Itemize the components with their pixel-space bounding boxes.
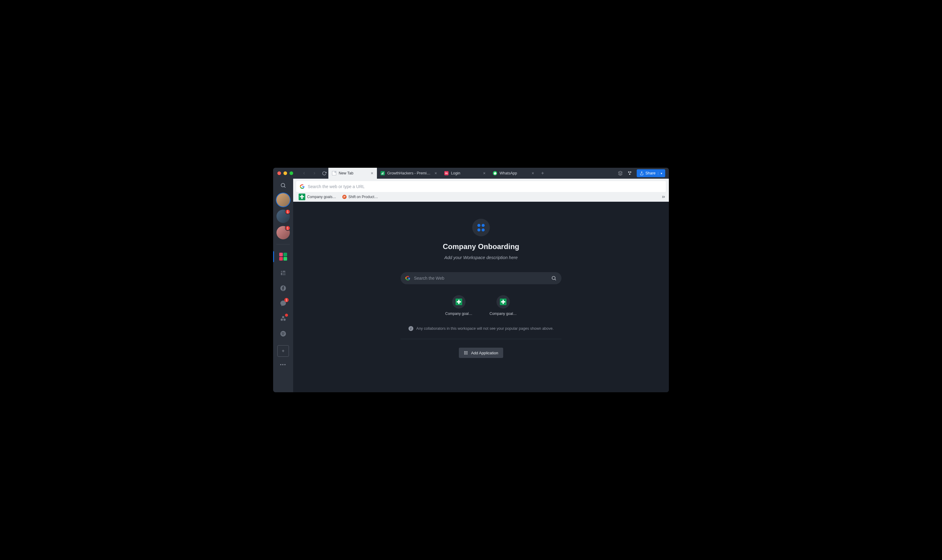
svg-point-7 xyxy=(281,183,285,187)
close-tab-button[interactable]: × xyxy=(371,171,373,175)
svg-point-18 xyxy=(281,318,283,321)
bookmark-label: Company goals - … xyxy=(307,195,336,199)
svg-rect-12 xyxy=(284,272,286,274)
title-bar: New Tab × GrowthHackers - Premier Gro… ×… xyxy=(273,168,669,178)
bookmark-item[interactable]: P Shift on ProductH… xyxy=(340,195,382,199)
search-web-input[interactable] xyxy=(414,276,548,281)
avatar-3[interactable]: 1 xyxy=(277,226,290,239)
tab-growthhackers[interactable]: GrowthHackers - Premier Gro… × xyxy=(377,168,441,178)
svg-rect-9 xyxy=(281,271,282,272)
document-icon xyxy=(332,171,336,175)
main: Company goals - … P Shift on ProductH… xyxy=(293,178,669,392)
sidebar: 1 1 1 xyxy=(273,178,293,392)
add-workspace-button[interactable]: + xyxy=(277,345,289,357)
notification-badge: 1 xyxy=(284,298,289,302)
search-web-bar[interactable] xyxy=(400,272,562,284)
url-bar[interactable] xyxy=(296,181,666,192)
workspace-mini-icon xyxy=(283,257,287,261)
close-window-button[interactable] xyxy=(277,171,281,175)
workspace-mini-icon xyxy=(279,253,283,256)
back-button[interactable] xyxy=(300,169,308,177)
notification-badge: 1 xyxy=(285,209,291,214)
svg-rect-30 xyxy=(466,354,466,354)
close-tab-button[interactable]: × xyxy=(483,171,486,175)
grid-icon xyxy=(464,351,468,355)
shortcut-label: Company goals… xyxy=(445,312,473,316)
notification-dot xyxy=(285,314,288,317)
forward-button[interactable] xyxy=(310,169,319,177)
svg-rect-15 xyxy=(283,272,284,274)
svg-rect-1 xyxy=(382,172,383,174)
svg-rect-13 xyxy=(283,274,284,275)
add-application-button[interactable]: Add Application xyxy=(459,348,503,358)
window-controls xyxy=(273,171,297,175)
avatar-2[interactable]: 1 xyxy=(277,209,290,223)
sidebar-app-messenger[interactable]: 1 xyxy=(277,297,289,309)
new-tab-page: Company Onboarding Add your Workspace de… xyxy=(293,202,669,392)
tab-login[interactable]: in Login × xyxy=(441,168,489,178)
bookmark-item[interactable]: Company goals - … xyxy=(296,194,339,200)
sidebar-app-asana[interactable] xyxy=(277,312,289,325)
svg-point-17 xyxy=(282,316,284,318)
invision-icon: in xyxy=(444,171,448,175)
svg-rect-2 xyxy=(383,172,383,174)
sidebar-app-spotify[interactable] xyxy=(277,328,289,340)
share-caret-icon[interactable]: ▾ xyxy=(658,172,662,175)
body: 1 1 1 xyxy=(273,178,669,392)
shortcut-item[interactable]: Company goals… xyxy=(489,295,517,316)
sidebar-app-slack[interactable] xyxy=(277,267,289,279)
svg-point-19 xyxy=(283,318,286,321)
svg-rect-10 xyxy=(281,272,282,275)
sheets-icon xyxy=(500,298,506,305)
more-button[interactable]: ••• xyxy=(280,362,286,367)
reload-button[interactable] xyxy=(320,169,328,177)
shortcut-label: Company goals… xyxy=(489,312,517,316)
sidebar-search-button[interactable] xyxy=(280,182,286,188)
add-application-label: Add Application xyxy=(471,351,498,355)
logo-dot xyxy=(477,228,480,231)
google-icon xyxy=(300,184,305,189)
shortcuts-row: Company goals… Company goals… xyxy=(445,295,517,316)
close-tab-button[interactable]: × xyxy=(435,171,437,175)
app-window: New Tab × GrowthHackers - Premier Gro… ×… xyxy=(273,168,669,392)
share-label: Share xyxy=(645,171,656,175)
tab-whatsapp[interactable]: WhatsApp × xyxy=(489,168,538,178)
collaborators-icon[interactable] xyxy=(627,171,633,176)
svg-rect-23 xyxy=(464,351,465,352)
tab-strip: New Tab × GrowthHackers - Premier Gro… ×… xyxy=(328,168,614,178)
minimize-window-button[interactable] xyxy=(283,171,287,175)
notification-badge: 1 xyxy=(285,225,291,231)
new-tab-button[interactable]: + xyxy=(538,168,548,178)
svg-rect-11 xyxy=(283,271,285,272)
svg-rect-14 xyxy=(284,274,286,275)
search-icon[interactable] xyxy=(551,275,557,281)
svg-line-8 xyxy=(284,186,286,188)
url-input[interactable] xyxy=(308,184,662,189)
bookmarks-overflow-button[interactable] xyxy=(661,194,666,199)
layers-icon[interactable] xyxy=(618,171,623,175)
tab-title: Login xyxy=(451,171,481,175)
page-title: Company Onboarding xyxy=(443,242,519,251)
logo-dot xyxy=(482,224,485,227)
sidebar-divider xyxy=(277,244,290,245)
whatsapp-icon xyxy=(493,171,497,175)
svg-point-4 xyxy=(630,171,631,173)
svg-rect-24 xyxy=(466,351,466,352)
shortcut-item[interactable]: Company goals… xyxy=(445,295,473,316)
info-text: Any collaborators in this workspace will… xyxy=(416,326,554,331)
url-bar-wrap xyxy=(293,178,669,192)
avatar-1[interactable] xyxy=(277,193,290,206)
growthhackers-icon xyxy=(380,171,385,175)
workspace-item[interactable] xyxy=(276,249,291,264)
close-tab-button[interactable]: × xyxy=(532,171,534,175)
page-subtitle[interactable]: Add your Workspace description here xyxy=(444,255,518,260)
svg-rect-27 xyxy=(466,352,466,353)
share-button[interactable]: Share ▾ xyxy=(637,169,665,177)
workspace-logo xyxy=(472,219,490,236)
title-bar-actions: Share ▾ xyxy=(614,169,669,177)
shortcut-circle xyxy=(452,295,466,309)
maximize-window-button[interactable] xyxy=(289,171,293,175)
sidebar-app-facebook[interactable] xyxy=(277,282,289,294)
svg-line-22 xyxy=(555,279,556,280)
tab-new-tab[interactable]: New Tab × xyxy=(328,168,377,178)
